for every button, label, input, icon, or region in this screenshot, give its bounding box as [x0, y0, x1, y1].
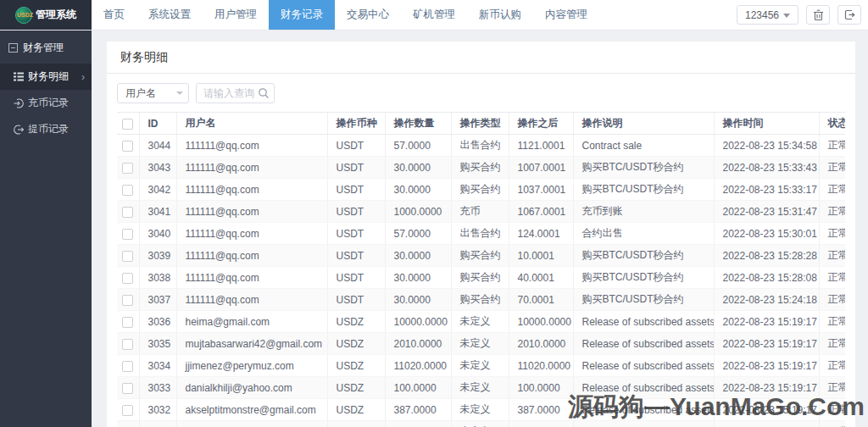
cell-id: 3032	[139, 399, 176, 421]
nav-item-label: 新币认购	[479, 8, 521, 22]
cell-after: 40.0001	[509, 267, 573, 289]
column-header: 操作数量	[385, 113, 451, 135]
cell-type: 出售合约	[451, 135, 509, 157]
cell-coin: USDT	[327, 267, 385, 289]
cell-username: 111111@qq.com	[176, 267, 327, 289]
row-checkbox[interactable]	[122, 405, 133, 416]
cell-username: mujtabasarwari42@gmail.com	[176, 333, 327, 355]
cell-after: 124.0001	[509, 223, 573, 245]
table-row: 3037 111111@qq.com USDT 30.0000 购买合约 70.…	[117, 289, 845, 311]
row-checkbox[interactable]	[122, 251, 133, 262]
user-dropdown-button[interactable]: 123456	[737, 5, 798, 25]
cell-status: 正常	[819, 333, 845, 355]
row-checkbox-cell	[117, 311, 139, 333]
topbar-actions: 123456	[737, 0, 868, 30]
row-checkbox[interactable]	[122, 229, 133, 240]
cell-time: 2022-08-23 15:33:17	[714, 179, 819, 201]
row-checkbox-cell	[117, 245, 139, 267]
cell-amount: 30.0000	[385, 157, 451, 179]
select-all-cell	[117, 113, 139, 135]
row-checkbox[interactable]	[122, 273, 133, 284]
cell-type: 购买合约	[451, 267, 509, 289]
nav-item[interactable]: 首页	[92, 0, 136, 30]
cell-type: 购买合约	[451, 179, 509, 201]
cell-note: 购买BTC/USDT秒合约	[573, 179, 714, 201]
cell-coin: USDT	[327, 157, 385, 179]
column-header: 操作币种	[327, 113, 385, 135]
cell-username: 111111@qq.com	[176, 157, 327, 179]
row-checkbox-cell	[117, 201, 139, 223]
cell-time: 2022-08-23 15:19:17	[714, 355, 819, 377]
user-dropdown-label: 123456	[745, 9, 779, 21]
cell-coin: USDZ	[327, 421, 385, 427]
cell-after: 70.0001	[509, 289, 573, 311]
cell-time: 2022-08-23 15:30:01	[714, 223, 819, 245]
table-row: 3044 111111@qq.com USDT 57.0000 出售合约 112…	[117, 135, 845, 157]
row-checkbox-cell	[117, 377, 139, 399]
logout-button[interactable]	[837, 5, 861, 25]
app-logo: USDZ 管理系统	[0, 0, 92, 30]
trash-icon	[813, 9, 824, 21]
cell-username: 111111@qq.com	[176, 179, 327, 201]
sidebar-item-deposit-records[interactable]: 充币记录	[0, 90, 92, 116]
row-checkbox[interactable]	[122, 295, 133, 306]
table-row: 3034 jjimenez@perymuz.com USDZ 11020.000…	[117, 355, 845, 377]
app-title: 管理系统	[36, 8, 76, 22]
cell-amount: 11020.0000	[385, 355, 451, 377]
cell-username: 111111@qq.com	[176, 289, 327, 311]
nav-item-label: 系统设置	[148, 8, 191, 22]
caret-down-icon	[783, 14, 790, 18]
search-icon[interactable]	[258, 87, 270, 99]
cell-coin: USDT	[327, 245, 385, 267]
row-checkbox[interactable]	[122, 361, 133, 372]
cell-id: 3031	[139, 421, 176, 427]
column-header: 用户名	[176, 113, 327, 135]
sidebar-item-withdraw-records[interactable]: 提币记录	[0, 116, 92, 142]
row-checkbox[interactable]	[122, 383, 133, 394]
cell-coin: USDZ	[327, 355, 385, 377]
select-all-checkbox[interactable]	[122, 119, 133, 130]
cell-amount: 30.0000	[385, 245, 451, 267]
table-row: 3041 111111@qq.com USDT 1000.0000 充币 106…	[117, 201, 845, 223]
filter-field-select[interactable]: 用户名	[117, 83, 189, 103]
cell-type: 未定义	[451, 399, 509, 421]
filter-field-selected: 用户名	[125, 86, 156, 101]
cell-after: 1067.0001	[509, 201, 573, 223]
row-checkbox[interactable]	[122, 163, 133, 174]
sidebar-item-label: 提币记录	[28, 122, 86, 136]
column-header: 状态	[819, 113, 845, 135]
nav-item[interactable]: 交易中心	[335, 0, 401, 30]
row-checkbox[interactable]	[122, 185, 133, 196]
row-checkbox[interactable]	[122, 339, 133, 350]
cell-coin: USDT	[327, 135, 385, 157]
sidebar-item-finance-detail[interactable]: 财务明细 ›	[0, 64, 92, 90]
cell-amount: 10000.0000	[385, 311, 451, 333]
trash-button[interactable]	[806, 5, 830, 25]
row-checkbox[interactable]	[122, 141, 133, 152]
cell-time: 2022-08-23 15:19:17	[714, 311, 819, 333]
cell-status: 正常	[819, 179, 845, 201]
table-row: 3040 111111@qq.com USDT 57.0000 出售合约 124…	[117, 223, 845, 245]
nav-item[interactable]: 系统设置	[136, 0, 203, 30]
nav-item[interactable]: 新币认购	[467, 0, 533, 30]
nav-item[interactable]: 财务记录	[269, 0, 335, 30]
column-header: ID	[139, 113, 176, 135]
nav-item[interactable]: 内容管理	[533, 0, 599, 30]
sign-out-circle-icon	[14, 125, 24, 135]
cell-id: 3041	[139, 201, 176, 223]
filter-bar: 用户名	[107, 74, 855, 112]
nav-item[interactable]: 矿机管理	[401, 0, 467, 30]
row-checkbox-cell	[117, 289, 139, 311]
page-title: 财务明细	[107, 42, 855, 74]
row-checkbox-cell	[117, 421, 139, 427]
row-checkbox[interactable]	[122, 207, 133, 218]
cell-note: 购买BTC/USDT秒合约	[573, 157, 714, 179]
row-checkbox[interactable]	[122, 317, 133, 328]
nav-item[interactable]: 用户管理	[203, 0, 269, 30]
table-row: 3032 akselptitmonstre@gmail.com USDZ 387…	[117, 399, 845, 421]
cell-time: 2022-08-23 15:31:47	[714, 201, 819, 223]
chevron-down-icon	[176, 92, 183, 95]
cell-coin: USDZ	[327, 333, 385, 355]
cell-id: 3037	[139, 289, 176, 311]
sidebar-section-finance[interactable]: 财务管理	[0, 30, 92, 64]
